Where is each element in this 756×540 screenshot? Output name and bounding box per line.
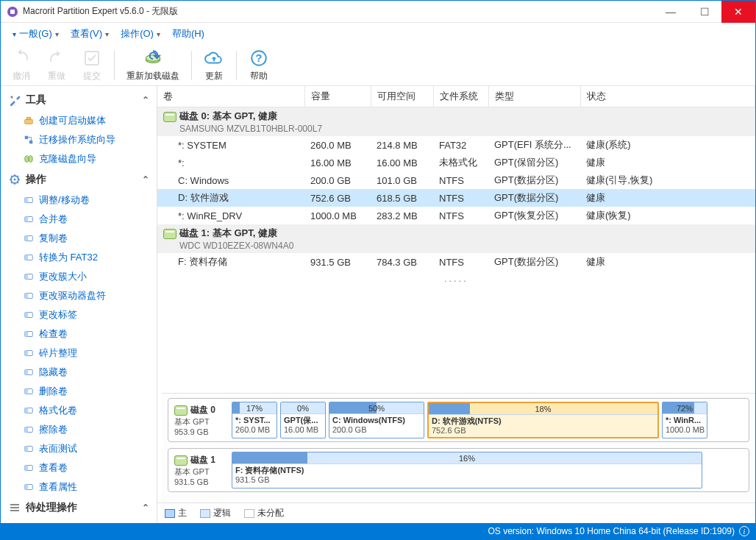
sidebar-tool-item[interactable]: 克隆磁盘向导 [1, 149, 157, 168]
menu-general[interactable]: ▾一般(G)▾ [8, 24, 63, 43]
sidebar-op-item[interactable]: 合并卷 [1, 210, 157, 229]
col-capacity[interactable]: 容量 [304, 86, 371, 107]
sidebar-op-item[interactable]: 更改标签 [1, 305, 157, 324]
diskmap-partition[interactable]: 18% D: 软件游戏(NTFS)752.6 GB [427, 402, 659, 438]
col-status[interactable]: 状态 [580, 86, 755, 107]
diskmap-partition[interactable]: 17% *: SYST...260.0 MB [232, 402, 277, 438]
svg-rect-34 [25, 370, 28, 375]
refresh-button[interactable]: 更新 [201, 46, 227, 84]
chevron-up-icon: ⌃ [142, 174, 149, 185]
info-icon[interactable]: i [739, 526, 749, 536]
sidebar-ops-section: 操作 ⌃ 调整/移动卷合并卷复制卷转换为 FAT32更改簇大小更改驱动器盘符更改… [1, 168, 157, 497]
op-item-icon [23, 309, 35, 321]
sidebar-op-item[interactable]: 查看卷 [1, 458, 157, 477]
col-free[interactable]: 可用空间 [371, 86, 433, 107]
col-type[interactable]: 类型 [488, 86, 580, 107]
diskmap-label[interactable]: 磁盘 1 基本 GPT931.5 GB [171, 452, 229, 489]
svg-rect-10 [29, 141, 32, 143]
menu-view[interactable]: 查看(V)▾ [66, 24, 113, 43]
svg-point-14 [14, 179, 16, 181]
col-volume[interactable]: 卷 [157, 86, 304, 107]
sidebar-op-item[interactable]: 碎片整理 [1, 344, 157, 363]
sidebar-tools-section: 工具 ⌃ 创建可启动媒体迁移操作系统向导克隆磁盘向导 [1, 89, 157, 168]
sidebar-tool-item[interactable]: 创建可启动媒体 [1, 111, 157, 130]
sidebar-op-item[interactable]: 擦除卷 [1, 420, 157, 439]
table-header-row: 卷 容量 可用空间 文件系统 类型 状态 [157, 86, 755, 107]
disk-header-row[interactable]: 磁盘 1: 基本 GPT, 健康WDC WD10EZEX-08WN4A0 [157, 224, 755, 253]
volume-table-wrap[interactable]: 卷 容量 可用空间 文件系统 类型 状态 磁盘 0: 基本 GPT, 健康SAM… [157, 86, 755, 393]
col-fs[interactable]: 文件系统 [433, 86, 488, 107]
sidebar-op-item[interactable]: 转换为 FAT32 [1, 248, 157, 267]
sidebar-item-label: 删除卷 [39, 385, 68, 398]
op-item-icon [23, 443, 35, 455]
sidebar-op-item[interactable]: 检查卷 [1, 324, 157, 344]
diskmap-partition[interactable]: 72% *: WinR...1000.0 MB [662, 402, 707, 438]
check-icon [82, 48, 102, 68]
sidebar-op-item[interactable]: 表面测试 [1, 439, 157, 458]
op-item-icon [23, 366, 35, 378]
sidebar-tools-header[interactable]: 工具 ⌃ [1, 89, 157, 111]
legend-logical: 逻辑 [200, 507, 231, 519]
disk-header-row[interactable]: 磁盘 0: 基本 GPT, 健康SAMSUNG MZVLB1T0HBLR-000… [157, 107, 755, 137]
sidebar-op-item[interactable]: 删除卷 [1, 382, 157, 401]
diskmap-partition[interactable]: 0% GPT(保...16.00 MB [280, 402, 326, 438]
diskmap-row: 磁盘 0 基本 GPT953.9 GB 17% *: SYST...260.0 … [168, 398, 749, 442]
op-item-icon [23, 213, 35, 225]
sidebar-op-item[interactable]: 更改驱动器盘符 [1, 286, 157, 305]
op-item-icon [23, 271, 35, 283]
op-item-icon [23, 252, 35, 263]
sidebar-ops-header[interactable]: 操作 ⌃ [1, 168, 157, 191]
sidebar-item-label: 碎片整理 [39, 347, 77, 360]
volume-row[interactable]: *: WinRE_DRV1000.0 MB283.2 MBNTFSGPT(恢复分… [157, 207, 755, 224]
op-item-icon [23, 386, 35, 397]
tools-icon [8, 93, 21, 107]
sidebar-item-label: 复制卷 [39, 232, 68, 245]
legend: 主 逻辑 未分配 [157, 502, 755, 523]
sidebar-op-item[interactable]: 复制卷 [1, 229, 157, 248]
svg-rect-8 [26, 118, 30, 120]
sidebar-item-label: 检查卷 [39, 327, 68, 341]
diskmap-label[interactable]: 磁盘 0 基本 GPT953.9 GB [171, 402, 229, 438]
diskmap-area: 磁盘 0 基本 GPT953.9 GB 17% *: SYST...260.0 … [162, 393, 755, 502]
diskmap-partition[interactable]: 16% F: 资料存储(NTFS)931.5 GB [232, 452, 702, 489]
chevron-up-icon: ⌃ [142, 95, 149, 105]
undo-button: 撤消 [8, 46, 35, 84]
legend-primary: 主 [165, 507, 187, 519]
volume-row[interactable]: D: 软件游戏752.6 GB618.5 GBNTFSGPT(数据分区)健康 [157, 189, 755, 207]
maximize-button[interactable]: ☐ [688, 1, 721, 23]
volume-row[interactable]: *: SYSTEM260.0 MB214.8 MBFAT32GPT(EFI 系统… [157, 136, 755, 154]
svg-rect-22 [25, 255, 28, 260]
volume-row[interactable]: F: 资料存储931.5 GB784.3 GBNTFSGPT(数据分区)健康 [157, 253, 755, 271]
sidebar-pending-header[interactable]: 待处理操作 ⌃ [1, 497, 157, 519]
menu-operate[interactable]: 操作(O)▾ [116, 24, 165, 43]
menu-help[interactable]: 帮助(H) [168, 24, 209, 43]
reload-disks-button[interactable]: 重新加载磁盘 [124, 46, 182, 84]
sidebar-op-item[interactable]: 调整/移动卷 [1, 191, 157, 210]
sidebar-op-item[interactable]: 格式化卷 [1, 401, 157, 420]
tool-item-icon [23, 134, 35, 146]
svg-rect-26 [25, 294, 28, 299]
sidebar-op-item[interactable]: 更改簇大小 [1, 267, 157, 286]
window-title: Macrorit Partition Expert v5.6.0 - 无限版 [23, 5, 654, 18]
svg-point-12 [29, 156, 32, 163]
minimize-button[interactable]: — [654, 1, 688, 23]
list-icon [8, 501, 21, 514]
close-button[interactable]: ✕ [721, 1, 755, 23]
diskmap-partition[interactable]: 50% C: Windows(NTFS)200.0 GB [329, 402, 424, 438]
volume-row[interactable]: C: Windows200.0 GB101.0 GBNTFSGPT(数据分区)健… [157, 171, 755, 189]
sidebar-item-label: 调整/移动卷 [39, 193, 90, 207]
volume-row[interactable]: *:16.00 MB16.00 MB未格式化GPT(保留分区)健康 [157, 154, 755, 171]
svg-rect-30 [25, 332, 28, 337]
svg-rect-46 [25, 485, 28, 490]
svg-rect-32 [25, 351, 28, 356]
sidebar-op-item[interactable]: 查看属性 [1, 477, 157, 497]
tool-item-icon [23, 115, 35, 127]
sidebar-item-label: 转换为 FAT32 [39, 251, 98, 264]
sidebar-op-item[interactable]: 隐藏卷 [1, 363, 157, 382]
submit-button: 提交 [79, 46, 105, 84]
op-item-icon [23, 424, 35, 436]
help-button[interactable]: ? 帮助 [246, 46, 272, 84]
svg-rect-47 [10, 504, 19, 505]
usage-bar: 72% [663, 402, 707, 414]
sidebar-tool-item[interactable]: 迁移操作系统向导 [1, 130, 157, 149]
